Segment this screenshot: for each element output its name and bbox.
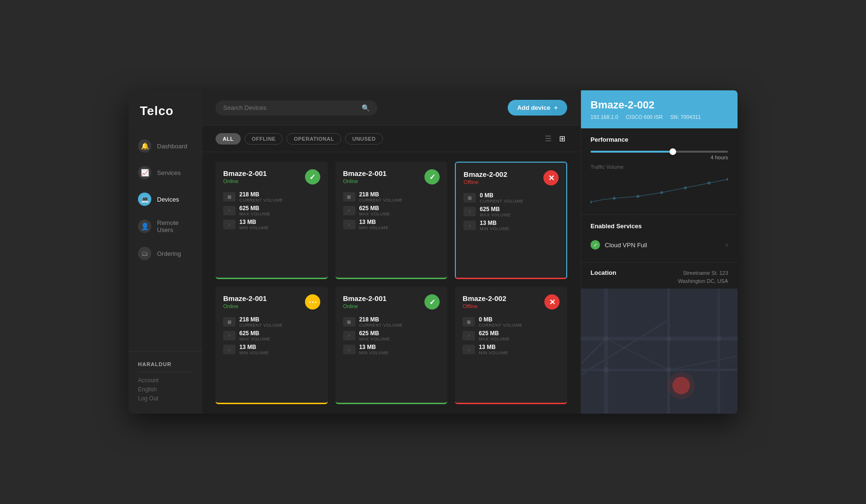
min-vol-1: 13 MB bbox=[239, 219, 269, 225]
card-status-1: Online bbox=[223, 178, 267, 184]
map-container[interactable] bbox=[581, 289, 738, 414]
device-card-5[interactable]: Bmaze-2-001 Online ✓ ▦ 218 MB CURRENT VO… bbox=[335, 287, 448, 404]
search-input[interactable] bbox=[223, 104, 358, 111]
max-vol-1: 625 MB bbox=[239, 205, 270, 212]
filter-all[interactable]: ALL bbox=[216, 133, 241, 145]
language-link[interactable]: English bbox=[138, 386, 193, 393]
card-info-3: Bmaze-2-002 Offline bbox=[463, 170, 507, 185]
card-metrics-2: ▦ 218 MB CURRENT VOLUME ↑ 625 MB MAX VOL… bbox=[343, 191, 440, 230]
performance-title: Performance bbox=[590, 136, 728, 143]
top-bar: 🔍 Add device + bbox=[202, 90, 581, 126]
metric-max-1: ↑ 625 MB MAX VOLUME bbox=[223, 205, 320, 216]
sidebar-item-services[interactable]: 📈 Services bbox=[128, 159, 202, 186]
card-info-1: Bmaze-2-001 Online bbox=[223, 169, 267, 184]
device-card-1[interactable]: Bmaze-2-001 Online ✓ ▦ 218 MB CURRENT VO… bbox=[216, 162, 328, 279]
device-card-3[interactable]: Bmaze-2-002 Offline ✕ ▦ 0 MB CURRENT VOL… bbox=[455, 162, 567, 279]
metric-current-3: ▦ 0 MB CURRENT VOLUME bbox=[463, 192, 559, 204]
status-badge-6: ✕ bbox=[544, 294, 560, 310]
card-header-5: Bmaze-2-001 Online ✓ bbox=[343, 294, 440, 310]
max-vol-label-1: MAX VOLUME bbox=[239, 212, 270, 216]
service-check-icon: ✓ bbox=[590, 240, 600, 250]
metric-min-2: ↓ 13 MB MIN VOLUME bbox=[343, 219, 440, 230]
metric-min-3: ↓ 13 MB MIN VOLUME bbox=[463, 220, 559, 231]
search-box: 🔍 bbox=[216, 100, 377, 116]
card-title-5: Bmaze-2-001 bbox=[343, 294, 387, 302]
ordering-icon: 🗂 bbox=[138, 247, 151, 260]
svg-point-1 bbox=[613, 197, 616, 200]
logout-link[interactable]: Log Out bbox=[138, 395, 193, 402]
card-info-5: Bmaze-2-001 Online bbox=[343, 294, 387, 309]
sidebar: Telco 🔔 Dashboard 📈 Services 💻 Devices 👤… bbox=[128, 90, 202, 414]
panel-ip: 192.168.1.0 bbox=[590, 114, 618, 120]
current-vol-1: 218 MB bbox=[239, 191, 283, 198]
device-grid: Bmaze-2-001 Online ✓ ▦ 218 MB CURRENT VO… bbox=[202, 152, 581, 414]
sidebar-nav: 🔔 Dashboard 📈 Services 💻 Devices 👤 Remot… bbox=[128, 133, 202, 351]
sidebar-item-label: Ordering bbox=[157, 250, 181, 257]
svg-point-17 bbox=[603, 336, 609, 341]
svg-point-4 bbox=[684, 186, 687, 189]
card-metrics-6: ▦ 0 MB CURRENT VOLUME ↑ 625 MB MAX VOLUM… bbox=[463, 316, 560, 355]
min-vol-label-1: MIN VOLUME bbox=[239, 225, 269, 230]
list-view-button[interactable]: ☰ bbox=[543, 132, 553, 145]
grid-view-button[interactable]: ⊞ bbox=[557, 132, 567, 145]
svg-point-19 bbox=[666, 368, 671, 373]
username: HARALDUR bbox=[138, 361, 193, 367]
view-toggle: ☰ ⊞ bbox=[543, 132, 567, 145]
svg-point-18 bbox=[666, 336, 671, 341]
card-status-2: Online bbox=[343, 178, 387, 184]
sidebar-item-devices[interactable]: 💻 Devices bbox=[128, 186, 202, 213]
services-icon: 📈 bbox=[138, 166, 151, 179]
perf-thumb bbox=[669, 148, 676, 155]
service-name-vpn: Cloud VPN Full bbox=[605, 242, 647, 249]
card-title-3: Bmaze-2-002 bbox=[463, 170, 507, 178]
svg-point-20 bbox=[603, 368, 609, 373]
filter-operational[interactable]: OPERATIONAL bbox=[286, 133, 341, 145]
status-badge-2: ✓ bbox=[424, 169, 440, 184]
metric-current-1: ▦ 218 MB CURRENT VOLUME bbox=[223, 191, 320, 203]
sidebar-item-ordering[interactable]: 🗂 Ordering bbox=[128, 240, 202, 267]
status-badge-5: ✓ bbox=[424, 294, 440, 310]
filter-unused[interactable]: UNUSED bbox=[345, 133, 383, 145]
remote-users-icon: 👤 bbox=[138, 220, 151, 233]
device-card-4[interactable]: Bmaze-2-001 Online ⋯ ▦ 218 MB CURRENT VO… bbox=[216, 287, 328, 404]
card-header-6: Bmaze-2-002 Offline ✕ bbox=[463, 294, 560, 310]
panel-model: CISCO 600 ISR bbox=[626, 114, 663, 120]
panel-device-name: Bmaze-2-002 bbox=[590, 99, 728, 111]
svg-point-3 bbox=[660, 191, 663, 194]
devices-icon: 💻 bbox=[138, 193, 151, 206]
sidebar-item-label: Remote Users bbox=[157, 219, 193, 233]
traffic-chart bbox=[590, 174, 728, 207]
app-container: Telco 🔔 Dashboard 📈 Services 💻 Devices 👤… bbox=[128, 90, 738, 414]
svg-point-5 bbox=[708, 182, 710, 184]
metric-max-3: ↑ 625 MB MAX VOLUME bbox=[463, 206, 559, 217]
service-left: ✓ Cloud VPN Full bbox=[590, 240, 647, 250]
account-link[interactable]: Account bbox=[138, 377, 193, 384]
card-title-1: Bmaze-2-001 bbox=[223, 169, 267, 177]
metric-max-2: ↑ 625 MB MAX VOLUME bbox=[343, 205, 440, 216]
card-header-4: Bmaze-2-001 Online ⋯ bbox=[223, 294, 320, 310]
status-badge-1: ✓ bbox=[305, 169, 320, 184]
up-icon-1: ↑ bbox=[223, 206, 236, 215]
service-item-vpn[interactable]: ✓ Cloud VPN Full › bbox=[590, 235, 728, 254]
perf-hours-label: 4 hours bbox=[590, 155, 728, 160]
add-device-button[interactable]: Add device + bbox=[508, 100, 567, 116]
card-title-2: Bmaze-2-001 bbox=[343, 169, 387, 177]
location-title: Location bbox=[590, 269, 616, 276]
volume-icon-2: ▦ bbox=[343, 192, 355, 202]
card-metrics-5: ▦ 218 MB CURRENT VOLUME ↑ 625 MB MAX VOL… bbox=[343, 316, 440, 355]
performance-slider[interactable]: 4 hours bbox=[590, 149, 728, 164]
sidebar-item-label: Dashboard bbox=[157, 143, 187, 150]
location-address: Streetname St. 123Washington DC, USA bbox=[678, 269, 728, 285]
sidebar-item-label: Services bbox=[157, 169, 181, 176]
card-title-4: Bmaze-2-001 bbox=[223, 294, 267, 302]
plus-icon: + bbox=[554, 104, 558, 111]
device-card-6[interactable]: Bmaze-2-002 Offline ✕ ▦ 0 MB CURRENT VOL… bbox=[455, 287, 567, 404]
device-card-2[interactable]: Bmaze-2-001 Online ✓ ▦ 218 MB CURRENT VO… bbox=[335, 162, 448, 279]
sidebar-item-label: Devices bbox=[157, 196, 179, 203]
app-logo: Telco bbox=[128, 90, 202, 133]
filter-offline[interactable]: OFFLINE bbox=[245, 133, 283, 145]
card-status-4: Online bbox=[223, 303, 267, 309]
sidebar-item-remote-users[interactable]: 👤 Remote Users bbox=[128, 213, 202, 240]
panel-device-meta: 192.168.1.0 CISCO 600 ISR SN: 7004311 bbox=[590, 114, 728, 120]
sidebar-item-dashboard[interactable]: 🔔 Dashboard bbox=[128, 133, 202, 159]
